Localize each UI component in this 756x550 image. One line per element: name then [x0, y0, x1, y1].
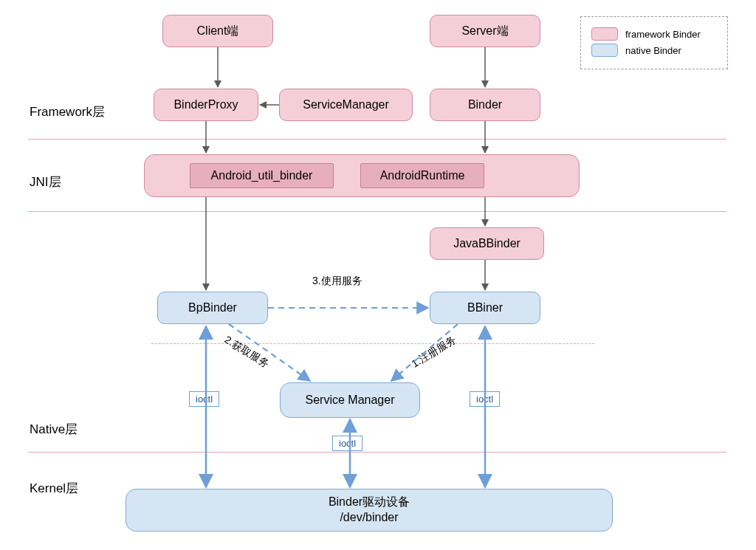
node-android-runtime: AndroidRuntime	[360, 163, 484, 188]
node-bbiner: BBiner	[430, 292, 540, 324]
edge-label-register-service: 1.注册服务	[409, 333, 458, 371]
divider-1	[28, 139, 726, 140]
legend-swatch-blue	[591, 44, 618, 57]
layer-label-native: Native层	[30, 421, 78, 438]
node-binder: Binder	[430, 89, 540, 121]
legend-label-native: native Binder	[625, 45, 681, 56]
layer-label-framework: Framework层	[30, 103, 105, 120]
node-client: Client端	[162, 15, 273, 47]
node-binder-driver: Binder驱动设备 /dev/binder	[126, 489, 613, 532]
node-bpbinder: BpBinder	[157, 292, 268, 324]
legend-row-framework: framework Binder	[591, 27, 717, 41]
node-binderproxy: BinderProxy	[154, 89, 258, 121]
edge-label-use-service: 3.使用服务	[312, 275, 362, 288]
node-client-label: Client端	[197, 24, 239, 39]
node-servicemanager-native-label: Service Manager	[306, 393, 395, 408]
divider-3	[28, 452, 726, 453]
node-binderproxy-label: BinderProxy	[173, 97, 238, 113]
node-bpbinder-label: BpBinder	[188, 300, 237, 316]
legend-row-native: native Binder	[591, 44, 717, 57]
edge-label-get-service: 2.获取服务	[221, 333, 271, 371]
node-server: Server端	[430, 15, 540, 47]
legend-swatch-pink	[591, 27, 618, 41]
ioctl-label-left: ioctl	[189, 391, 219, 407]
node-binder-driver-label: Binder驱动设备 /dev/binder	[329, 495, 410, 526]
legend-label-framework: framework Binder	[625, 29, 701, 40]
node-servicemanager-fw: ServiceManager	[279, 89, 413, 121]
ioctl-label-center: ioctl	[332, 436, 362, 451]
node-android-util-binder: Android_util_binder	[190, 163, 334, 188]
node-binder-label: Binder	[468, 97, 502, 113]
node-servicemanager-fw-label: ServiceManager	[303, 97, 389, 113]
node-android-util-binder-label: Android_util_binder	[211, 168, 313, 184]
legend: framework Binder native Binder	[580, 16, 728, 69]
node-java-bbinder: JavaBBinder	[430, 227, 544, 260]
node-server-label: Server端	[461, 24, 508, 39]
divider-dashed	[151, 343, 594, 344]
ioctl-label-right: ioctl	[470, 391, 500, 407]
node-java-bbinder-label: JavaBBinder	[453, 236, 520, 252]
layer-label-kernel: Kernel层	[30, 480, 78, 497]
node-android-runtime-label: AndroidRuntime	[380, 168, 465, 184]
node-servicemanager-native: Service Manager	[280, 382, 420, 418]
layer-label-jni: JNI层	[30, 173, 61, 190]
node-bbiner-label: BBiner	[467, 300, 503, 316]
divider-2	[28, 211, 726, 212]
